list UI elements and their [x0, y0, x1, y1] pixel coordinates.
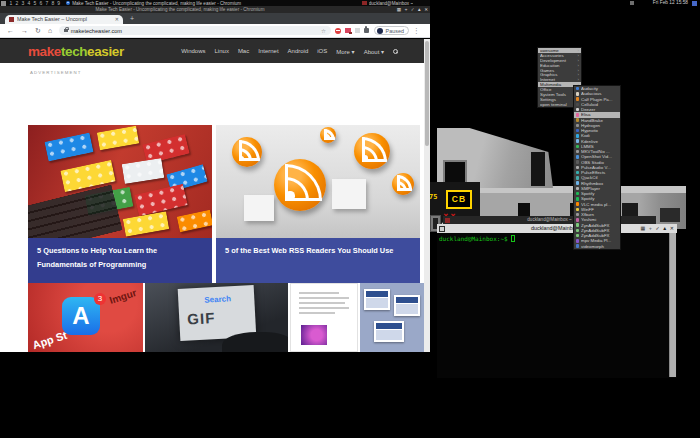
back-icon[interactable]: ← [7, 27, 14, 34]
maximize-icon[interactable]: ＋ [648, 224, 653, 233]
app-icon [576, 150, 579, 153]
adblock-extension-icon[interactable] [335, 28, 341, 34]
forward-icon[interactable]: → [21, 27, 28, 34]
tab-favicon [9, 17, 14, 22]
nav-link[interactable]: Mac [238, 48, 249, 54]
submenu-item-label: Calf Plugin Pa... [581, 97, 618, 102]
submenu-item-label: Elisa [581, 112, 618, 117]
terminal-back-titlebar[interactable]: duckland@Mainbox ~ [443, 216, 656, 224]
nav-link[interactable]: Windows [181, 48, 205, 54]
submenu-item-label: PulseAudio V... [581, 165, 618, 170]
profile-avatar [377, 28, 383, 34]
nav-link[interactable]: Linux [215, 48, 229, 54]
submenu-item-label: WinFF [581, 207, 618, 212]
page-scrollbar[interactable] [424, 39, 430, 352]
app-icon [576, 92, 579, 95]
app-icon [576, 87, 579, 90]
seg-display: 75 [429, 193, 437, 201]
tray-icon[interactable] [692, 1, 697, 6]
terminal-window[interactable]: duckland@Mainbox:~ ▦ ＋ ✓ ▲ ✕ duckland@Ma… [437, 224, 677, 378]
maximize-icon[interactable]: ＋ [404, 6, 409, 13]
tab-close-icon[interactable]: ✕ [115, 16, 119, 22]
submenu-item-label: HandBrake [581, 118, 618, 123]
submenu-item-label: Spotify [581, 191, 618, 196]
tab-title: Make Tech Easier – Uncompl [17, 16, 113, 22]
chromium-task-icon[interactable] [66, 1, 71, 6]
page-scrollbar-thumb[interactable] [425, 41, 429, 146]
workspace-tags: 123456789 [8, 0, 62, 6]
thumb-gif-search[interactable]: Search GIF [145, 283, 288, 352]
submenu-item-label: Xfburn [581, 212, 618, 217]
app-icon [576, 124, 579, 127]
submenu-item-label: Spotify [581, 196, 618, 201]
shell-prompt: duckland@Mainbox:~$ [439, 235, 508, 242]
titlebar-controls: ▦ ＋ ✓ ▲ ✕ [397, 6, 428, 13]
floating-icon[interactable]: ▦ [397, 6, 401, 13]
submenu-item-label: Hydrogen [581, 123, 618, 128]
workspace-tag[interactable]: 9 [56, 0, 62, 6]
extension-icon[interactable] [345, 28, 351, 34]
terminal-scrollbar[interactable] [669, 233, 676, 377]
submenu-item-label: Audacious [581, 91, 618, 96]
terminal-content[interactable]: duckland@Mainbox:~$ [439, 235, 515, 242]
hand-decor [222, 332, 288, 352]
ontop-icon[interactable]: ▲ [417, 6, 422, 13]
clock: Fri Feb 12 15:58 [653, 0, 688, 6]
article-card-rss[interactable]: 5 of the Best Web RSS Readers You Should… [216, 125, 420, 283]
ontop-icon[interactable]: ▲ [662, 224, 667, 233]
app-icon [576, 129, 579, 132]
sticky-icon[interactable]: ✓ [411, 6, 415, 13]
nav-link[interactable]: More ▾ [336, 48, 354, 55]
search-icon[interactable] [393, 49, 398, 54]
lock-icon [64, 29, 68, 32]
indicator-icon [630, 1, 634, 5]
sticky-icon[interactable]: ✓ [655, 224, 659, 233]
gif-text: GIF [187, 309, 216, 327]
terminal-controls: ▦ ＋ ✓ ▲ ✕ [641, 224, 674, 233]
terminal-titlebar[interactable]: duckland@Mainbox:~ ▦ ＋ ✓ ▲ ✕ [437, 224, 677, 233]
article-image-lego [28, 125, 212, 238]
extensions-puzzle-icon[interactable] [364, 28, 370, 34]
nav-link[interactable]: Internet [258, 48, 278, 54]
site-header: maketecheasier WindowsLinuxMacInternetAn… [0, 39, 424, 63]
home-icon[interactable]: ⌂ [48, 27, 52, 34]
app-icon [576, 202, 579, 205]
reload-icon[interactable]: ↻ [35, 27, 41, 35]
close-icon[interactable]: ✕ [424, 6, 428, 13]
article-title[interactable]: 5 of the Best Web RSS Readers You Should… [225, 244, 411, 258]
article-card-programming[interactable]: 5 Questions to Help You Learn the Fundam… [28, 125, 212, 283]
app-icon [576, 113, 579, 116]
close-icon[interactable]: ✕ [670, 224, 674, 233]
floating-icon[interactable]: ▦ [641, 224, 646, 233]
scene-window [531, 152, 545, 186]
tasklist-entry-terminal[interactable]: duckland@Mainbox ~ [369, 1, 413, 6]
article-title[interactable]: 5 Questions to Help You Learn the Fundam… [37, 244, 203, 271]
tasklist-entry-chromium[interactable]: Make Tech Easier - Uncomplicating the co… [72, 1, 354, 6]
chromium-titlebar[interactable]: Make Tech Easier - Uncomplicating the co… [0, 6, 430, 13]
thumb-site-collage[interactable] [360, 283, 424, 352]
search-text: Search [204, 294, 231, 304]
app-icon [576, 103, 579, 106]
bookmark-star-icon[interactable]: ☆ [321, 28, 326, 34]
submenu-item-label: ZynAddSubFX [581, 233, 618, 238]
tab-make-tech-easier[interactable]: Make Tech Easier – Uncompl ✕ [5, 15, 123, 25]
app-icon [576, 239, 579, 242]
sync-paused-button[interactable]: Paused [374, 26, 409, 35]
submenu-item-label: Kodi [581, 133, 618, 138]
awesome-launcher-icon[interactable] [1, 1, 6, 6]
disabled-extension-icon[interactable] [355, 28, 360, 33]
new-tab-button[interactable]: + [130, 15, 134, 22]
browser-menu-icon[interactable]: ⋮ [413, 27, 420, 35]
thumb-article-page[interactable] [290, 283, 358, 352]
submenu-item[interactable]: videomorph [574, 244, 620, 249]
app-icon [576, 97, 579, 100]
nav-link[interactable]: iOS [317, 48, 327, 54]
thumb-app-store[interactable]: Imgur A 3 App St [28, 283, 143, 352]
nav-link[interactable]: Android [288, 48, 309, 54]
terminal-task-icon[interactable] [362, 1, 367, 6]
site-logo[interactable]: maketecheasier [28, 44, 124, 59]
nav-link[interactable]: About ▾ [364, 48, 384, 55]
submenu-item-label: ZynAddSubFX [581, 228, 618, 233]
address-bar[interactable]: maketecheasier.com ☆ [59, 26, 331, 36]
url-text[interactable]: maketecheasier.com [71, 28, 321, 34]
